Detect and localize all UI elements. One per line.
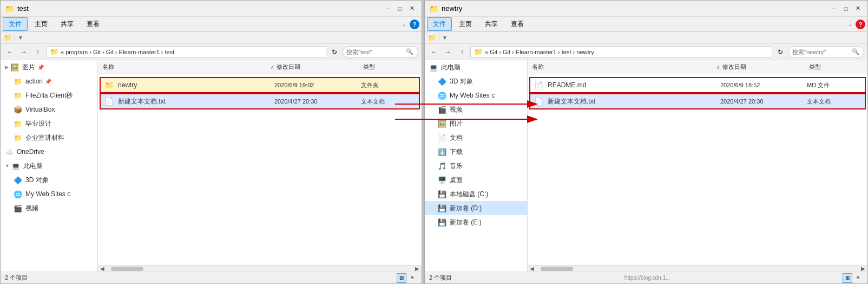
right-search-box[interactable]: 🔍 <box>788 46 864 58</box>
left-sidebar-item-mywebsites[interactable]: 🌐 My Web Sites c <box>1 187 97 201</box>
right-col-modified-header[interactable]: 修改日期 <box>722 63 809 71</box>
left-tab-file[interactable]: 文件 <box>3 17 28 31</box>
right-sidebar-item-thispc[interactable]: 💻 此电脑 <box>425 60 527 74</box>
right-sidebar-item-downloads[interactable]: ⬇️ 下载 <box>425 145 527 159</box>
left-nav-up-button[interactable]: ↑ <box>32 46 44 58</box>
left-search-icon[interactable]: 🔍 <box>406 48 413 55</box>
left-close-button[interactable]: ✕ <box>406 3 417 14</box>
right-search-icon[interactable]: 🔍 <box>852 48 859 55</box>
right-file-readme-date: 2020/6/9 18:52 <box>720 82 807 88</box>
right-help-button[interactable]: ? <box>856 20 865 29</box>
left-sidebar-item-graduate[interactable]: 📁 毕业设计 <box>1 117 97 131</box>
left-hscroll-left-arrow[interactable]: ◀ <box>99 266 106 272</box>
right-refresh-button[interactable]: ↻ <box>774 46 786 58</box>
left-sidebar-item-3dobjects[interactable]: 🔷 3D 对象 <box>1 173 97 187</box>
right-sidebar-item-drived[interactable]: 💾 新加卷 (D:) <box>425 201 527 215</box>
right-sidebar-downloads-icon: ⬇️ <box>438 148 446 156</box>
left-sidebar-mywebsites-icon: 🌐 <box>14 190 22 198</box>
left-quick-dropdown-icon[interactable]: ▼ <box>18 35 23 41</box>
right-file-row-readme[interactable]: 📄 README.md 2020/6/9 18:52 MD 文件 <box>530 78 865 93</box>
right-maximize-button[interactable]: □ <box>840 3 851 14</box>
left-sidebar-onedrive-label: OneDrive <box>17 148 44 156</box>
right-sidebar-music-icon: 🎵 <box>438 162 446 170</box>
left-hscroll-thumb[interactable] <box>111 267 143 271</box>
left-sidebar-item-thispc[interactable]: ▼ 💻 此电脑 <box>1 159 97 173</box>
left-search-input[interactable] <box>346 49 400 55</box>
right-hscroll-right-arrow[interactable]: ▶ <box>860 266 866 272</box>
right-hscroll-left-arrow[interactable]: ◀ <box>529 266 535 272</box>
right-hscroll[interactable]: ◀ ▶ <box>528 265 867 272</box>
right-sidebar-item-documents[interactable]: 📄 文档 <box>425 131 527 145</box>
right-sidebar-item-music[interactable]: 🎵 音乐 <box>425 159 527 173</box>
right-nav-up-button[interactable]: ↑ <box>456 46 468 58</box>
left-list-view-button[interactable]: ≡ <box>407 273 417 283</box>
left-tab-view[interactable]: 查看 <box>81 17 106 31</box>
right-sidebar-item-mywebsites[interactable]: 🌐 My Web Sites c <box>425 88 527 102</box>
right-sidebar-item-video[interactable]: 🎬 视频 <box>425 102 527 117</box>
right-title-controls: ─ □ ✕ <box>828 3 863 14</box>
left-tab-share[interactable]: 共享 <box>55 17 80 31</box>
left-hscroll-right-arrow[interactable]: ▶ <box>414 266 420 272</box>
right-view-icons: ⊞ ≡ <box>843 273 863 283</box>
right-hscroll-thumb[interactable] <box>541 267 573 271</box>
left-refresh-button[interactable]: ↻ <box>328 46 340 58</box>
left-sidebar-item-video[interactable]: 🎬 视频 <box>1 201 97 215</box>
right-sidebar-item-pictures[interactable]: 🖼️ 图片 <box>425 117 527 131</box>
left-sidebar-thispc-expand-icon: ▼ <box>5 163 10 169</box>
right-file-txt-date: 2020/4/27 20:30 <box>720 98 807 105</box>
left-sidebar-item-pictures[interactable]: ▶ 🖼️ 图片 📌 <box>1 60 97 74</box>
right-grid-view-button[interactable]: ⊞ <box>843 273 852 283</box>
left-nav-back-button[interactable]: ← <box>4 46 16 58</box>
right-sidebar-mywebsites-label: My Web Sites c <box>450 92 495 99</box>
left-col-name-header[interactable]: 名称 <box>102 63 271 71</box>
right-tab-file[interactable]: 文件 <box>427 17 452 31</box>
right-nav-forward-button[interactable]: → <box>442 46 454 58</box>
left-tab-home[interactable]: 主页 <box>29 17 54 31</box>
left-maximize-button[interactable]: □ <box>394 3 405 14</box>
right-nav-back-button[interactable]: ← <box>428 46 440 58</box>
left-sidebar-item-enterprise[interactable]: 📁 企业宣讲材料 <box>1 131 97 145</box>
left-col-modified-header[interactable]: 修改日期 <box>277 63 363 71</box>
right-sidebar-item-drivec[interactable]: 💾 本地磁盘 (C:) <box>425 187 527 201</box>
left-hscroll[interactable]: ◀ ▶ <box>98 265 422 272</box>
left-sidebar-expand-pictures-icon: ▶ <box>5 64 9 70</box>
left-file-row-txt[interactable]: 📄 新建文本文档.txt 2020/4/27 20:30 文本文档 <box>100 94 419 109</box>
right-quick-dropdown-icon[interactable]: ▼ <box>442 35 448 41</box>
left-address-bar: ← → ↑ 📁 « program › Git › Git › Elearn-m… <box>1 44 422 60</box>
left-help-button[interactable]: ? <box>410 20 419 29</box>
right-main-area: 💻 此电脑 🔷 3D 对象 🌐 My Web Sites c 🎬 视频 🖼️ <box>425 60 867 272</box>
right-address-path[interactable]: 📁 « Git › Git › Elearn-master1 › test › … <box>470 46 772 58</box>
left-minimize-button[interactable]: ─ <box>383 3 393 14</box>
right-tab-share[interactable]: 共享 <box>479 17 504 31</box>
left-sidebar-item-action[interactable]: 📁 action 📌 <box>1 74 97 88</box>
left-sidebar-video-label: 视频 <box>25 204 38 213</box>
right-sidebar-item-3dobjects[interactable]: 🔷 3D 对象 <box>425 74 527 88</box>
right-close-button[interactable]: ✕ <box>852 3 863 14</box>
left-sidebar-action-icon: 📁 <box>14 78 22 86</box>
left-col-type-header[interactable]: 类型 <box>363 63 417 71</box>
left-search-box[interactable]: 🔍 <box>343 46 418 58</box>
right-address-bar: ← → ↑ 📁 « Git › Git › Elearn-master1 › t… <box>425 44 867 60</box>
left-address-path[interactable]: 📁 « program › Git › Git › Elearn-master1… <box>46 46 326 58</box>
right-tab-view[interactable]: 查看 <box>505 17 530 31</box>
left-sidebar-3dobjects-label: 3D 对象 <box>25 176 49 185</box>
right-list-view-button[interactable]: ≡ <box>853 273 863 283</box>
right-sidebar-drivee-icon: 💾 <box>438 218 446 227</box>
left-sidebar-item-filezilla[interactable]: 📁 FileZilla Client秒 <box>1 88 97 102</box>
right-title-folder-icon: 📁 <box>429 4 438 13</box>
right-sidebar-item-desktop[interactable]: 🖥️ 桌面 <box>425 173 527 187</box>
right-file-row-txt[interactable]: 📄 新建文本文档.txt 2020/4/27 20:30 文本文档 <box>530 94 865 109</box>
right-minimize-button[interactable]: ─ <box>828 3 839 14</box>
right-search-input[interactable] <box>792 49 846 55</box>
left-nav-forward-button[interactable]: → <box>18 46 30 58</box>
left-grid-view-button[interactable]: ⊞ <box>397 273 406 283</box>
right-sidebar-item-drivee[interactable]: 💾 新加卷 (E:) <box>425 215 527 229</box>
left-title-controls: ─ □ ✕ <box>383 3 417 14</box>
right-col-type-header[interactable]: 类型 <box>809 63 863 71</box>
left-sidebar-item-virtualbox[interactable]: 📦 VirtualBox <box>1 102 97 117</box>
left-quick-toolbar: 📁 ▼ <box>1 32 422 44</box>
left-file-row-newtry[interactable]: 📁 newtry 2020/6/9 19:02 文件夹 <box>100 78 419 93</box>
right-col-name-header[interactable]: 名称 <box>532 63 716 71</box>
right-tab-home[interactable]: 主页 <box>453 17 478 31</box>
left-sidebar-item-onedrive[interactable]: ☁️ OneDrive <box>1 145 97 159</box>
